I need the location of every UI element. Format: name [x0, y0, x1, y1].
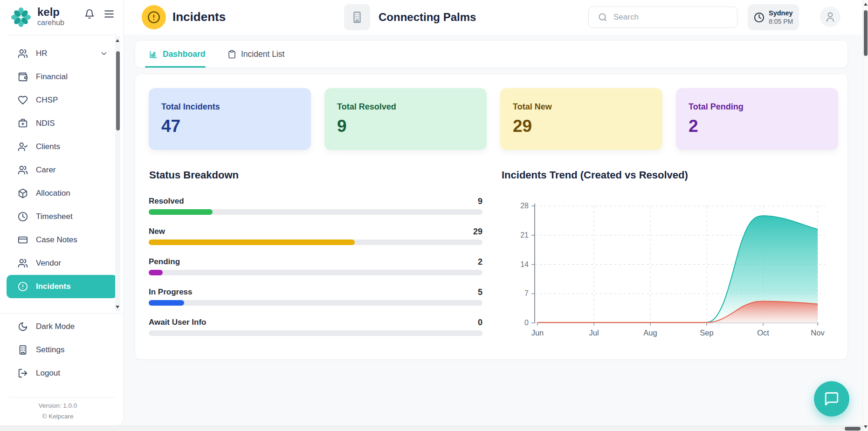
search-input[interactable]	[613, 13, 725, 22]
y-tick: 0	[524, 319, 529, 327]
users-icon	[18, 258, 28, 268]
sidebar-header: kelp carehub	[0, 0, 124, 35]
tab-dashboard[interactable]: Dashboard	[149, 41, 205, 68]
status-row: In Progress 5	[149, 287, 482, 306]
sidebar-item-clients[interactable]: Clients	[7, 135, 117, 158]
progress-bar-track	[149, 239, 482, 245]
sidebar-item-incidents[interactable]: Incidents	[7, 275, 117, 298]
y-tick: 7	[524, 289, 529, 297]
sidebar-item-vendor[interactable]: Vendor	[7, 252, 117, 275]
moon-icon	[18, 322, 28, 332]
sidebar-item-chsp[interactable]: CHSP	[7, 89, 117, 112]
resolved-area	[537, 301, 818, 323]
alert-circle-icon	[18, 281, 28, 292]
chevron-down-icon	[100, 49, 108, 58]
sidebar-item-settings[interactable]: Settings	[7, 338, 117, 362]
tab-bar: Dashboard Incident List	[135, 40, 848, 68]
page-title: Incidents	[172, 10, 226, 24]
sidebar-item-dark-mode[interactable]: Dark Mode	[7, 315, 117, 338]
hamburger-menu-icon[interactable]	[103, 8, 115, 20]
building-2-icon	[344, 4, 370, 30]
building-icon	[18, 345, 28, 355]
users-icon	[18, 165, 28, 175]
clipboard-icon	[227, 50, 236, 59]
wallet-icon	[18, 72, 28, 82]
incidents-trend-chart: 28 21 14 7 0 Jun Jul Aug Sep Oct Nov	[480, 181, 839, 342]
progress-bar-track	[149, 270, 482, 275]
briefcase-medical-icon	[18, 118, 28, 129]
sidebar-item-logout[interactable]: Logout	[7, 362, 117, 385]
status-breakdown-title: Status Breakdown	[149, 169, 239, 181]
x-tick: Aug	[643, 328, 657, 337]
timezone-city: Sydney	[769, 9, 793, 17]
logout-icon	[18, 368, 28, 378]
x-tick: Jun	[531, 328, 544, 337]
clock-icon	[18, 212, 28, 222]
status-row: Pending 2	[149, 257, 482, 275]
sidebar-item-hr[interactable]: HR	[7, 42, 117, 65]
stat-cards-row: Total Incidents 47 Total Resolved 9 Tota…	[149, 88, 838, 150]
scroll-down-arrow-icon[interactable]	[864, 425, 868, 428]
sidebar-scrollbar[interactable]	[115, 36, 120, 311]
sidebar-footer-divider	[0, 313, 124, 314]
sidebar-item-ndis[interactable]: NDIS	[7, 112, 117, 135]
kelp-logo-icon	[10, 7, 32, 28]
status-row: Await User Info 0	[149, 317, 482, 336]
chat-button[interactable]	[814, 381, 849, 417]
sidebar-scrollbar-thumb[interactable]	[116, 51, 120, 130]
timezone-time: 8:05 PM	[769, 18, 793, 25]
vertical-scrollbar[interactable]	[862, 0, 868, 431]
progress-bar-track	[149, 300, 482, 306]
sidebar-footer: Dark Mode Settings Logout	[0, 315, 124, 385]
scroll-up-arrow-icon[interactable]	[864, 3, 868, 6]
clock-icon	[754, 12, 765, 23]
stat-card-total-pending: Total Pending 2	[676, 88, 838, 150]
y-tick: 21	[520, 231, 529, 239]
sidebar-item-timesheet[interactable]: Timesheet	[7, 205, 117, 228]
status-breakdown-list: Resolved 9 New 29 Pending 2	[149, 196, 482, 348]
horizontal-scrollbar-thumb[interactable]	[845, 427, 861, 431]
progress-bar-fill	[149, 270, 163, 275]
user-icon	[824, 11, 836, 23]
app-version: Version: 1.0.0	[0, 402, 116, 409]
vertical-scrollbar-thumb[interactable]	[864, 10, 868, 56]
timezone-clock-widget[interactable]: Sydney 8:05 PM	[748, 4, 799, 30]
progress-bar-fill	[149, 300, 184, 306]
credit-card-icon	[18, 235, 28, 245]
horizontal-scrollbar[interactable]	[0, 425, 862, 431]
sidebar-item-carer[interactable]: Carer	[7, 158, 117, 182]
active-tab-underline	[145, 66, 206, 68]
brand-tagline: carehub	[37, 19, 64, 27]
user-check-icon	[18, 142, 28, 152]
scroll-down-arrow-icon[interactable]	[116, 306, 119, 308]
search-box	[588, 7, 737, 28]
sidebar-item-allocation[interactable]: Allocation	[7, 182, 117, 205]
x-tick: Jul	[589, 328, 599, 337]
x-tick: Sep	[700, 328, 713, 337]
sidebar: kelp carehub HR Financial CHSP	[0, 0, 124, 425]
y-tick: 28	[520, 202, 529, 210]
sidebar-nav: HR Financial CHSP NDIS Clients Carer	[0, 42, 124, 298]
scroll-up-arrow-icon[interactable]	[116, 39, 119, 42]
progress-bar-fill	[149, 209, 213, 215]
chat-bubble-icon	[824, 391, 840, 407]
progress-bar-track	[149, 330, 482, 336]
brand-name: kelp	[37, 6, 60, 19]
users-icon	[18, 48, 28, 59]
notifications-bell-icon[interactable]	[84, 9, 95, 19]
sidebar-item-financial[interactable]: Financial	[7, 65, 117, 89]
status-row: New 29	[149, 226, 482, 245]
sidebar-header-divider	[7, 35, 117, 35]
bar-chart-icon	[149, 50, 158, 59]
stat-card-total-resolved: Total Resolved 9	[324, 88, 487, 150]
search-icon	[598, 13, 607, 22]
tab-incident-list[interactable]: Incident List	[227, 41, 284, 68]
user-avatar[interactable]	[820, 7, 840, 27]
y-tick: 14	[520, 260, 529, 268]
stat-card-total-incidents: Total Incidents 47	[149, 88, 311, 150]
progress-bar-fill	[149, 239, 355, 245]
sidebar-item-case-notes[interactable]: Case Notes	[7, 228, 117, 252]
app-copyright: © Kelpcare	[0, 413, 116, 420]
x-tick: Oct	[757, 328, 769, 337]
organization-name: Connecting Palms	[379, 11, 476, 24]
